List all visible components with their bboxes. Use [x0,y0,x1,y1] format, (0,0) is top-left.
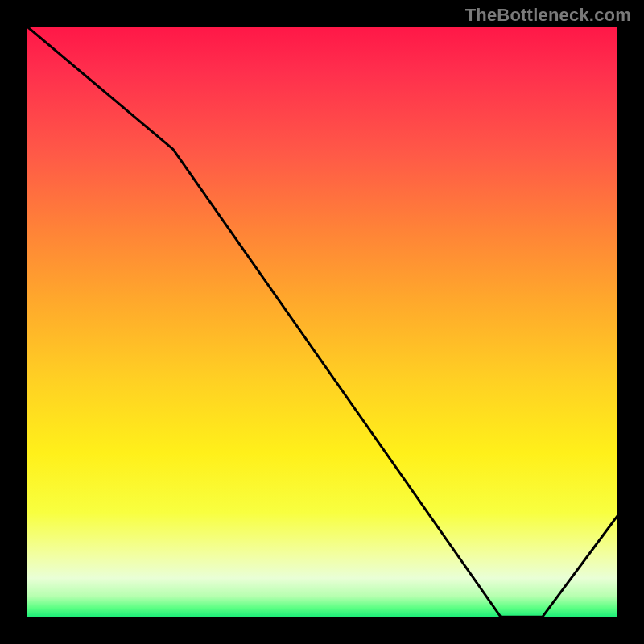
watermark-text: TheBottleneck.com [465,5,631,26]
chart-stage: TheBottleneck.com [0,0,644,644]
gradient-background [24,24,620,620]
plot-area [24,24,620,620]
